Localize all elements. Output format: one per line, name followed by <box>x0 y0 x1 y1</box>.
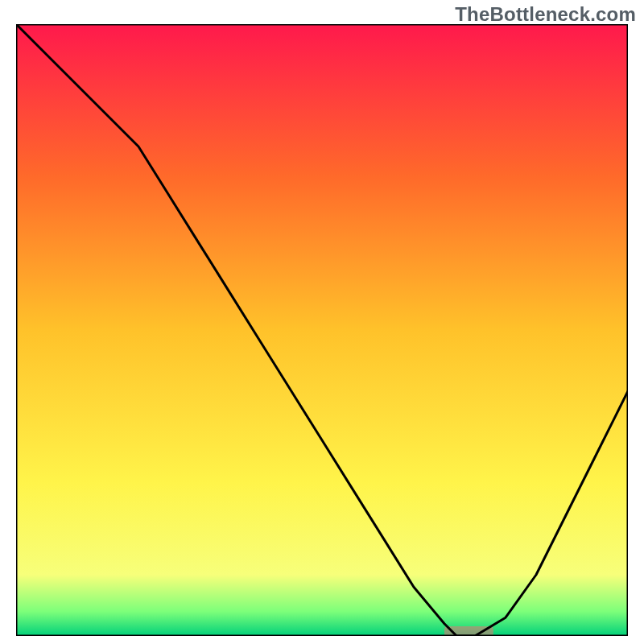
chart-svg <box>16 24 628 636</box>
chart-stage: TheBottleneck.com <box>0 0 644 644</box>
plot-area <box>16 24 628 636</box>
watermark-text: TheBottleneck.com <box>455 3 636 26</box>
